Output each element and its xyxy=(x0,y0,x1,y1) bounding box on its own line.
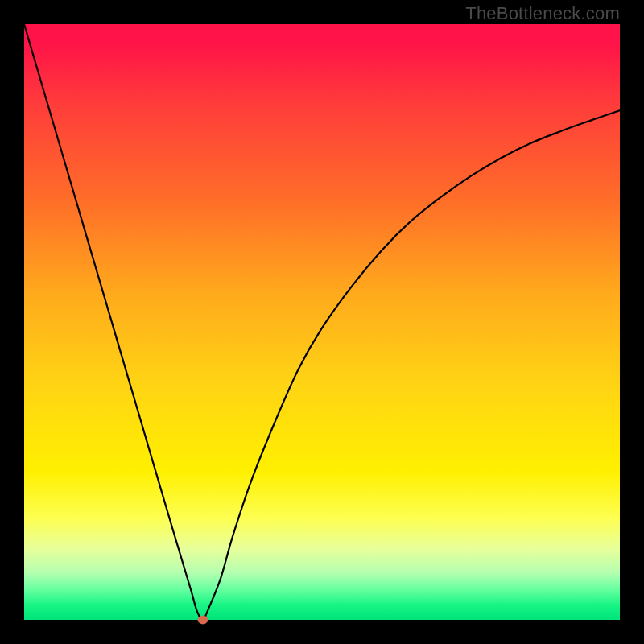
watermark-text: TheBottleneck.com xyxy=(465,3,620,24)
plot-area xyxy=(24,24,620,620)
chart-frame: TheBottleneck.com xyxy=(0,0,644,644)
minimum-marker xyxy=(198,616,208,624)
plot-svg xyxy=(24,24,620,620)
bottleneck-curve xyxy=(24,24,620,620)
